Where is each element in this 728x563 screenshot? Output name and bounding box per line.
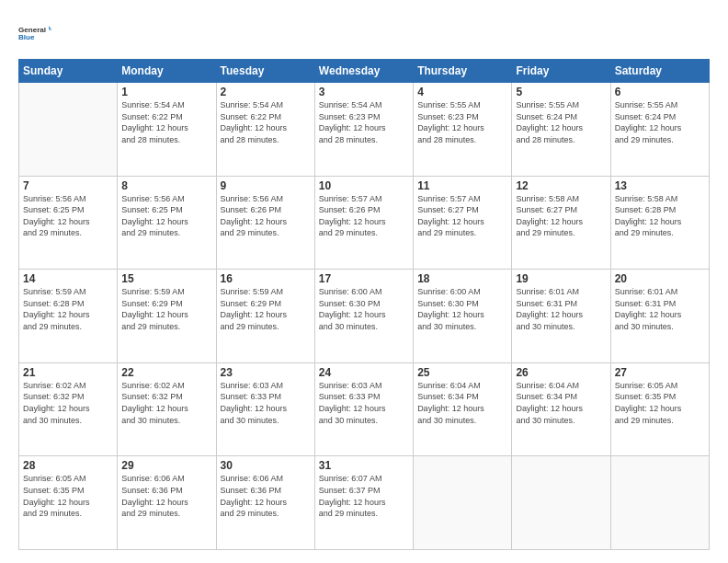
calendar-week-row: 1Sunrise: 5:54 AM Sunset: 6:22 PM Daylig… xyxy=(19,83,710,177)
day-number: 15 xyxy=(121,272,211,285)
col-header-friday: Friday xyxy=(512,60,610,83)
day-info: Sunrise: 6:01 AM Sunset: 6:31 PM Dayligh… xyxy=(615,286,705,332)
day-info: Sunrise: 5:58 AM Sunset: 6:28 PM Dayligh… xyxy=(615,193,705,239)
calendar-day-12: 12Sunrise: 5:58 AM Sunset: 6:27 PM Dayli… xyxy=(512,176,610,270)
logo: General Blue xyxy=(18,17,51,50)
day-number: 16 xyxy=(221,272,311,285)
day-info: Sunrise: 5:56 AM Sunset: 6:25 PM Dayligh… xyxy=(23,193,113,239)
day-number: 9 xyxy=(221,179,311,192)
calendar-day-24: 24Sunrise: 6:03 AM Sunset: 6:33 PM Dayli… xyxy=(314,362,413,456)
calendar-day-1: 1Sunrise: 5:54 AM Sunset: 6:22 PM Daylig… xyxy=(118,83,216,177)
day-number: 4 xyxy=(417,86,507,98)
day-info: Sunrise: 6:02 AM Sunset: 6:32 PM Dayligh… xyxy=(121,380,211,426)
logo-svg: General Blue xyxy=(18,17,51,50)
calendar-day-5: 5Sunrise: 5:55 AM Sunset: 6:24 PM Daylig… xyxy=(512,83,610,177)
day-number: 12 xyxy=(516,179,606,192)
day-number: 2 xyxy=(221,86,311,98)
day-number: 24 xyxy=(319,366,409,379)
calendar-day-15: 15Sunrise: 5:59 AM Sunset: 6:29 PM Dayli… xyxy=(118,270,216,363)
day-info: Sunrise: 5:55 AM Sunset: 6:23 PM Dayligh… xyxy=(417,99,507,145)
day-info: Sunrise: 6:06 AM Sunset: 6:36 PM Dayligh… xyxy=(221,473,311,519)
calendar-week-row: 7Sunrise: 5:56 AM Sunset: 6:25 PM Daylig… xyxy=(19,176,710,270)
calendar-day-11: 11Sunrise: 5:57 AM Sunset: 6:27 PM Dayli… xyxy=(414,176,512,270)
day-info: Sunrise: 5:59 AM Sunset: 6:29 PM Dayligh… xyxy=(221,286,311,332)
calendar-day-4: 4Sunrise: 5:55 AM Sunset: 6:23 PM Daylig… xyxy=(414,83,512,177)
day-info: Sunrise: 6:05 AM Sunset: 6:35 PM Dayligh… xyxy=(615,380,705,426)
day-number: 14 xyxy=(23,272,113,285)
day-number: 1 xyxy=(121,86,211,98)
col-header-monday: Monday xyxy=(118,60,216,83)
svg-text:Blue: Blue xyxy=(18,33,35,41)
day-info: Sunrise: 5:56 AM Sunset: 6:26 PM Dayligh… xyxy=(221,193,311,239)
calendar-day-14: 14Sunrise: 5:59 AM Sunset: 6:28 PM Dayli… xyxy=(19,270,118,363)
calendar-day-18: 18Sunrise: 6:00 AM Sunset: 6:30 PM Dayli… xyxy=(414,270,512,363)
day-info: Sunrise: 5:57 AM Sunset: 6:27 PM Dayligh… xyxy=(417,193,507,239)
header: General Blue xyxy=(18,17,710,50)
day-info: Sunrise: 5:59 AM Sunset: 6:29 PM Dayligh… xyxy=(121,286,211,332)
calendar-day-10: 10Sunrise: 5:57 AM Sunset: 6:26 PM Dayli… xyxy=(314,176,413,270)
day-number: 11 xyxy=(417,179,507,192)
day-number: 17 xyxy=(319,272,409,285)
day-number: 6 xyxy=(615,86,705,98)
day-number: 23 xyxy=(221,366,311,379)
calendar-day-31: 31Sunrise: 6:07 AM Sunset: 6:37 PM Dayli… xyxy=(314,456,413,550)
day-number: 30 xyxy=(221,459,311,472)
calendar-empty-cell xyxy=(610,456,709,550)
calendar-day-28: 28Sunrise: 6:05 AM Sunset: 6:35 PM Dayli… xyxy=(19,456,118,550)
day-info: Sunrise: 5:54 AM Sunset: 6:23 PM Dayligh… xyxy=(319,99,409,145)
calendar-day-27: 27Sunrise: 6:05 AM Sunset: 6:35 PM Dayli… xyxy=(610,362,709,456)
calendar-day-21: 21Sunrise: 6:02 AM Sunset: 6:32 PM Dayli… xyxy=(19,362,118,456)
calendar-day-22: 22Sunrise: 6:02 AM Sunset: 6:32 PM Dayli… xyxy=(118,362,216,456)
calendar-empty-cell xyxy=(512,456,610,550)
day-number: 13 xyxy=(615,179,705,192)
day-info: Sunrise: 5:54 AM Sunset: 6:22 PM Dayligh… xyxy=(221,99,311,145)
col-header-saturday: Saturday xyxy=(610,60,709,83)
day-number: 29 xyxy=(121,459,211,472)
day-info: Sunrise: 5:55 AM Sunset: 6:24 PM Dayligh… xyxy=(516,99,606,145)
calendar-empty-cell xyxy=(19,83,118,177)
calendar-day-13: 13Sunrise: 5:58 AM Sunset: 6:28 PM Dayli… xyxy=(610,176,709,270)
calendar-table: SundayMondayTuesdayWednesdayThursdayFrid… xyxy=(18,59,710,550)
day-number: 18 xyxy=(417,272,507,285)
calendar-day-9: 9Sunrise: 5:56 AM Sunset: 6:26 PM Daylig… xyxy=(216,176,314,270)
calendar-day-2: 2Sunrise: 5:54 AM Sunset: 6:22 PM Daylig… xyxy=(216,83,314,177)
day-number: 7 xyxy=(23,179,113,192)
day-number: 25 xyxy=(417,366,507,379)
day-number: 10 xyxy=(319,179,409,192)
day-info: Sunrise: 5:58 AM Sunset: 6:27 PM Dayligh… xyxy=(516,193,606,239)
day-info: Sunrise: 5:55 AM Sunset: 6:24 PM Dayligh… xyxy=(615,99,705,145)
calendar-day-20: 20Sunrise: 6:01 AM Sunset: 6:31 PM Dayli… xyxy=(610,270,709,363)
day-info: Sunrise: 5:57 AM Sunset: 6:26 PM Dayligh… xyxy=(319,193,409,239)
calendar-day-3: 3Sunrise: 5:54 AM Sunset: 6:23 PM Daylig… xyxy=(314,83,413,177)
svg-text:General: General xyxy=(18,26,46,34)
calendar-week-row: 21Sunrise: 6:02 AM Sunset: 6:32 PM Dayli… xyxy=(19,362,710,456)
calendar-day-23: 23Sunrise: 6:03 AM Sunset: 6:33 PM Dayli… xyxy=(216,362,314,456)
day-info: Sunrise: 5:59 AM Sunset: 6:28 PM Dayligh… xyxy=(23,286,113,332)
day-info: Sunrise: 6:04 AM Sunset: 6:34 PM Dayligh… xyxy=(516,380,606,426)
col-header-wednesday: Wednesday xyxy=(314,60,413,83)
calendar-day-19: 19Sunrise: 6:01 AM Sunset: 6:31 PM Dayli… xyxy=(512,270,610,363)
calendar-day-29: 29Sunrise: 6:06 AM Sunset: 6:36 PM Dayli… xyxy=(118,456,216,550)
day-info: Sunrise: 6:06 AM Sunset: 6:36 PM Dayligh… xyxy=(121,473,211,519)
calendar-header-row: SundayMondayTuesdayWednesdayThursdayFrid… xyxy=(19,60,710,83)
day-number: 3 xyxy=(319,86,409,98)
calendar-day-17: 17Sunrise: 6:00 AM Sunset: 6:30 PM Dayli… xyxy=(314,270,413,363)
calendar-day-16: 16Sunrise: 5:59 AM Sunset: 6:29 PM Dayli… xyxy=(216,270,314,363)
day-info: Sunrise: 6:03 AM Sunset: 6:33 PM Dayligh… xyxy=(319,380,409,426)
day-number: 27 xyxy=(615,366,705,379)
day-info: Sunrise: 6:07 AM Sunset: 6:37 PM Dayligh… xyxy=(319,473,409,519)
day-number: 20 xyxy=(615,272,705,285)
calendar-day-25: 25Sunrise: 6:04 AM Sunset: 6:34 PM Dayli… xyxy=(414,362,512,456)
calendar-day-30: 30Sunrise: 6:06 AM Sunset: 6:36 PM Dayli… xyxy=(216,456,314,550)
day-number: 26 xyxy=(516,366,606,379)
day-info: Sunrise: 6:00 AM Sunset: 6:30 PM Dayligh… xyxy=(417,286,507,332)
day-info: Sunrise: 6:03 AM Sunset: 6:33 PM Dayligh… xyxy=(221,380,311,426)
calendar-day-26: 26Sunrise: 6:04 AM Sunset: 6:34 PM Dayli… xyxy=(512,362,610,456)
day-info: Sunrise: 6:04 AM Sunset: 6:34 PM Dayligh… xyxy=(417,380,507,426)
day-info: Sunrise: 6:02 AM Sunset: 6:32 PM Dayligh… xyxy=(23,380,113,426)
calendar-week-row: 28Sunrise: 6:05 AM Sunset: 6:35 PM Dayli… xyxy=(19,456,710,550)
day-number: 19 xyxy=(516,272,606,285)
day-info: Sunrise: 6:00 AM Sunset: 6:30 PM Dayligh… xyxy=(319,286,409,332)
day-info: Sunrise: 6:05 AM Sunset: 6:35 PM Dayligh… xyxy=(23,473,113,519)
col-header-thursday: Thursday xyxy=(414,60,512,83)
